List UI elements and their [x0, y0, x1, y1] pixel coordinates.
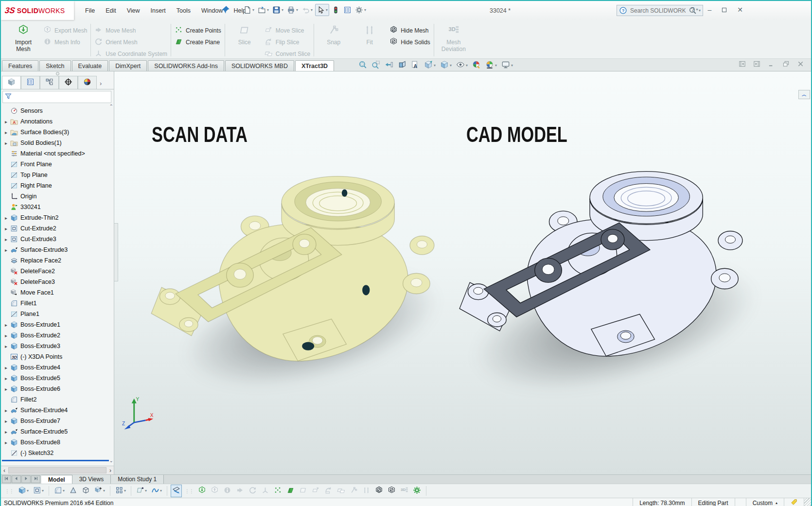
- tree-item[interactable]: Plane1: [1, 309, 114, 319]
- manager-tab[interactable]: [59, 76, 78, 89]
- scroll-left-icon[interactable]: ‹: [3, 467, 5, 474]
- manager-tab[interactable]: [21, 76, 40, 89]
- tag-button[interactable]: [784, 498, 804, 506]
- expand-arrow-icon[interactable]: [3, 130, 9, 135]
- tree-item[interactable]: Right Plane: [1, 180, 114, 191]
- qat-button[interactable]: ▾: [257, 4, 270, 16]
- tree-item[interactable]: DeleteFace2: [1, 266, 114, 277]
- tree-item[interactable]: Cut-Extrude2: [1, 223, 114, 234]
- tree-item[interactable]: Sensors: [1, 105, 114, 116]
- tree-item[interactable]: Material <not specified>: [1, 148, 114, 159]
- expand-arrow-icon[interactable]: [3, 376, 9, 381]
- import-mesh-button[interactable]: [196, 485, 208, 497]
- hud-button[interactable]: ▾: [424, 60, 436, 70]
- tree-item[interactable]: Boss-Extrude2: [1, 330, 114, 341]
- hide-mesh-button[interactable]: Hide Mesh: [389, 26, 430, 35]
- qat-button[interactable]: ▾: [286, 4, 299, 16]
- hide-solids-button[interactable]: [386, 485, 397, 497]
- doc-window-button[interactable]: [753, 60, 760, 69]
- use-coordinate-system-button[interactable]: [260, 485, 271, 497]
- qat-button[interactable]: ▾: [271, 4, 284, 16]
- tab-nav-button[interactable]: [12, 475, 21, 483]
- doc-window-button[interactable]: [739, 60, 746, 69]
- boss-extrude-button[interactable]: ▾: [17, 485, 30, 497]
- create-plane-button[interactable]: [285, 485, 296, 497]
- close-button[interactable]: ✕: [737, 6, 743, 14]
- command-tab[interactable]: Sketch: [39, 60, 71, 71]
- hole-wizard-button[interactable]: ▾: [93, 485, 106, 497]
- hud-button[interactable]: ▾: [485, 60, 497, 70]
- scan-data-model[interactable]: [142, 148, 444, 382]
- tree-item[interactable]: Surface-Extrude3: [1, 244, 114, 255]
- tree-item[interactable]: Top Plane: [1, 170, 114, 180]
- command-tab[interactable]: Evaluate: [72, 60, 108, 71]
- mesh-deviation-button[interactable]: 3DMesh Deviation: [438, 22, 470, 53]
- hud-button[interactable]: [385, 60, 393, 70]
- expand-arrow-icon[interactable]: [3, 226, 9, 231]
- expand-arrow-icon[interactable]: [3, 429, 9, 435]
- tree-scroll-up[interactable]: ⌃: [109, 105, 113, 108]
- menu-item[interactable]: Insert: [145, 6, 171, 16]
- use-coordinate-system-button[interactable]: Use Coordinate System: [94, 49, 167, 58]
- tree-item[interactable]: Surface-Extrude5: [1, 426, 114, 437]
- expand-arrow-icon[interactable]: [3, 322, 9, 328]
- spline-curve-button[interactable]: ▾: [150, 485, 163, 497]
- hud-button[interactable]: [371, 60, 380, 70]
- qat-button[interactable]: ▾: [315, 4, 329, 16]
- tree-item[interactable]: Cut-Extrude3: [1, 234, 114, 244]
- bottom-tab[interactable]: 3D Views: [72, 475, 111, 484]
- tree-item[interactable]: Boss-Extrude6: [1, 384, 114, 394]
- reference-geometry-button[interactable]: ▾: [135, 485, 148, 497]
- draft-button[interactable]: [68, 485, 79, 497]
- qat-button[interactable]: ▾: [300, 4, 314, 16]
- create-plane-button[interactable]: Create Plane: [175, 37, 221, 47]
- maximize-button[interactable]: [721, 7, 727, 13]
- tree-item[interactable]: Origin: [1, 191, 114, 202]
- tree-item[interactable]: Extrude-Thin2: [1, 212, 114, 223]
- export-mesh-button[interactable]: Export Mesh: [43, 26, 87, 35]
- task-pane-toggle[interactable]: ︿: [798, 90, 810, 99]
- menu-item[interactable]: View: [122, 6, 145, 16]
- expand-arrow-icon[interactable]: [3, 386, 9, 392]
- manager-tab[interactable]: [40, 76, 59, 89]
- move-slice-button[interactable]: Move Slice: [265, 26, 310, 35]
- expand-arrow-icon[interactable]: [3, 408, 9, 413]
- snap-button[interactable]: Snap: [318, 22, 350, 46]
- slice-button[interactable]: [298, 485, 309, 497]
- qat-button[interactable]: [331, 4, 341, 16]
- expand-arrow-icon[interactable]: [3, 344, 9, 349]
- convert-slice-button[interactable]: Convert Slice: [265, 49, 310, 58]
- mesh-info-button[interactable]: Mesh Info: [43, 37, 87, 47]
- tree-item[interactable]: Fillet2: [1, 394, 114, 405]
- tree-item[interactable]: Replace Face2: [1, 255, 114, 266]
- graphics-viewport[interactable]: SCAN DATA CAD MODEL Y X Z ︿: [114, 71, 811, 474]
- toolbar-grip[interactable]: ⋮⋮: [5, 489, 14, 494]
- doc-window-button[interactable]: [797, 60, 804, 69]
- move-mesh-button[interactable]: Move Mesh: [94, 26, 167, 35]
- fillet-button[interactable]: ▾: [53, 485, 66, 497]
- command-tab[interactable]: SOLIDWORKS Add-Ins: [148, 60, 224, 71]
- configuration-selector[interactable]: Custom▴: [746, 498, 784, 506]
- tree-item[interactable]: DeleteFace3: [1, 277, 114, 287]
- scroll-right-icon[interactable]: ›: [109, 467, 111, 474]
- hud-button[interactable]: ▾: [501, 60, 513, 70]
- linear-pattern-button[interactable]: ▾: [114, 485, 127, 497]
- flip-slice-button[interactable]: [323, 485, 334, 497]
- minimize-button[interactable]: –: [707, 6, 711, 14]
- cut-extrude-button[interactable]: ▾: [32, 485, 45, 497]
- tree-item[interactable]: Boss-Extrude7: [1, 416, 114, 426]
- tab-nav-button[interactable]: [21, 475, 31, 483]
- fit-button[interactable]: Fit: [353, 22, 386, 46]
- bottom-tab[interactable]: Motion Study 1: [111, 475, 164, 484]
- panel-grip[interactable]: [1, 71, 114, 76]
- hud-button[interactable]: [472, 60, 481, 70]
- tree-item[interactable]: Boss-Extrude4: [1, 362, 114, 373]
- snap-button[interactable]: [348, 485, 359, 497]
- orient-mesh-button[interactable]: Orient Mesh: [94, 37, 167, 47]
- qat-button[interactable]: ▾: [242, 4, 255, 16]
- tab-nav-button[interactable]: [31, 475, 40, 483]
- command-tab[interactable]: Features: [2, 60, 38, 71]
- import-mesh-button[interactable]: Import Mesh: [7, 22, 39, 53]
- tree-item[interactable]: Fillet1: [1, 298, 114, 309]
- qat-button[interactable]: [342, 4, 353, 16]
